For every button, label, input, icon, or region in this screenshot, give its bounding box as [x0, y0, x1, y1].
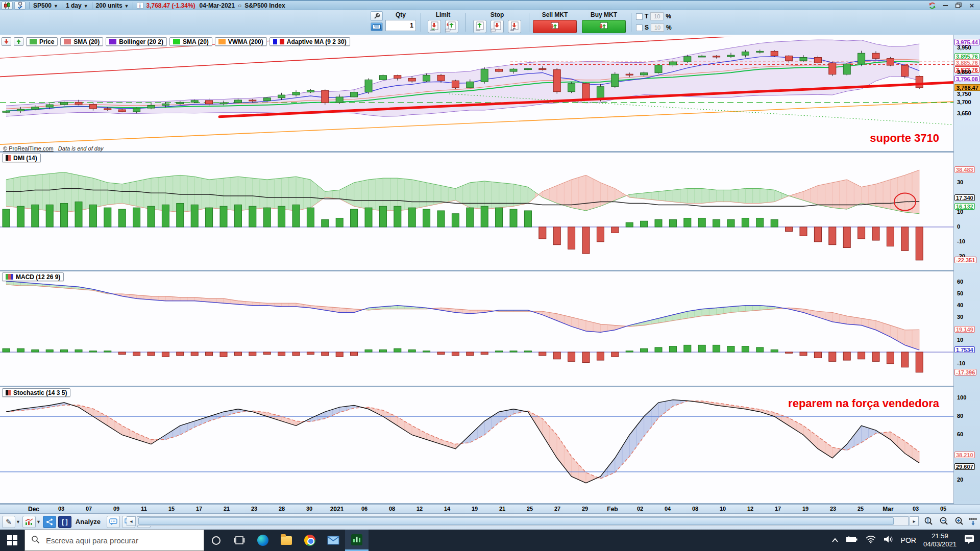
keyboard-icon[interactable]: [371, 22, 383, 31]
take-profit-pct-input[interactable]: [650, 12, 664, 20]
edge-icon[interactable]: [251, 530, 275, 551]
stop-loss-pct-input[interactable]: [651, 23, 664, 32]
chart-type-icon[interactable]: [2, 2, 13, 10]
prorealtime-app-icon[interactable]: [345, 530, 369, 551]
macd-chart[interactable]: [0, 271, 953, 386]
limit-sell-order-icon[interactable]: [445, 20, 458, 33]
axis-tick: 100: [954, 394, 966, 401]
zoom-in-icon[interactable]: [952, 515, 966, 528]
price-axis[interactable]: 3,975.443,9503,895.763,885.763,873.763,8…: [953, 35, 980, 513]
legend-item[interactable]: Adaptive MA (9 2 30): [270, 37, 350, 46]
prorealtime-link[interactable]: © ProRealTime.com: [3, 145, 54, 152]
mail-icon[interactable]: [322, 530, 345, 551]
legend-item[interactable]: SMA (20): [60, 37, 103, 46]
legend-item[interactable]: Bollinger (20 2): [106, 37, 167, 46]
xaxis-label: 14: [444, 506, 450, 512]
scroll-left-arrow[interactable]: ◂: [127, 516, 136, 526]
trailing-stop-order-icon[interactable]: [508, 20, 521, 33]
compress-columns-icon[interactable]: [967, 515, 980, 528]
dmi-panel-label[interactable]: DMI (14): [2, 154, 41, 162]
macd-panel-label[interactable]: MACD (12 26 9): [2, 272, 64, 281]
file-explorer-icon[interactable]: [275, 530, 298, 551]
axis-tick: 3,950: [954, 44, 971, 51]
stochastic-panel-label[interactable]: Stochastic (14 3 5): [2, 388, 70, 397]
instrument-name: S&P500 Index: [244, 2, 285, 9]
axis-tick: 3,700: [954, 99, 971, 106]
xaxis-label: 21: [499, 506, 505, 512]
order-panel: Qty Limit Stop Sell MKT Buy MKT T % S: [0, 10, 980, 35]
chart-scrollbar[interactable]: [137, 516, 909, 526]
task-view-icon[interactable]: [228, 530, 251, 551]
chevron-down-icon[interactable]: ▼: [36, 519, 41, 524]
info-icon[interactable]: i: [137, 2, 143, 9]
comments-icon[interactable]: [107, 516, 120, 528]
share-icon[interactable]: [43, 516, 56, 528]
xaxis-label: 08: [389, 506, 395, 512]
buy-mkt-button[interactable]: [582, 20, 626, 33]
symbol-dropdown[interactable]: SP500▼: [33, 2, 58, 9]
clock-date: 04/03/2021: [923, 540, 957, 548]
legend-swatch: [64, 39, 71, 44]
axis-tick: 80: [954, 413, 963, 419]
search-input[interactable]: [46, 536, 189, 545]
chevron-down-icon[interactable]: ▼: [16, 519, 20, 524]
zoom-fit-icon[interactable]: [922, 515, 935, 528]
timeframe-dropdown[interactable]: 1 day▼: [66, 2, 88, 9]
limit-buy-order-icon[interactable]: [428, 20, 441, 33]
legend-swatch: [30, 39, 37, 44]
taskbar-search[interactable]: [24, 530, 204, 551]
close-button[interactable]: ×: [968, 2, 976, 9]
sell-mkt-button[interactable]: [533, 20, 577, 33]
axis-tick: 38.210: [954, 452, 975, 458]
volume-icon[interactable]: [884, 535, 894, 545]
brackets-icon[interactable]: [ ]: [58, 516, 71, 528]
restore-button[interactable]: [954, 2, 963, 9]
xaxis-label: 2021: [330, 506, 344, 513]
units-dropdown[interactable]: 200 units▼: [96, 2, 129, 9]
dmi-chart[interactable]: [0, 153, 953, 270]
collapse-up-icon[interactable]: [14, 37, 23, 46]
time-axis[interactable]: Dec0307091115172123283020210608121419212…: [0, 504, 953, 513]
quote-date: 04-Mar-2021: [200, 2, 235, 9]
start-button[interactable]: [0, 530, 24, 551]
indicator-tool-icon[interactable]: [22, 516, 36, 528]
cortana-icon[interactable]: [204, 530, 228, 551]
hidden-icons-chevron[interactable]: [831, 536, 839, 545]
xaxis-label: 15: [168, 506, 175, 512]
action-center-icon[interactable]: [964, 534, 975, 546]
battery-icon[interactable]: [846, 536, 858, 545]
scrollbar-thumb[interactable]: [138, 517, 894, 525]
legend-item[interactable]: SMA (20): [169, 37, 212, 46]
taskbar-clock[interactable]: 21:59 04/03/2021: [923, 532, 957, 548]
stop-loss-checkbox[interactable]: [636, 24, 643, 31]
analyze-label[interactable]: Analyze: [76, 518, 101, 525]
xaxis-label: 11: [141, 506, 147, 512]
zoom-out-icon[interactable]: [937, 515, 950, 528]
minimize-button[interactable]: [941, 2, 949, 9]
legend-swatch: [273, 39, 278, 44]
qty-input[interactable]: [385, 20, 416, 31]
pin-icon[interactable]: [14, 2, 26, 10]
chrome-icon[interactable]: [298, 530, 322, 551]
stop-loss-label: S: [645, 24, 649, 31]
axis-tick: 20: [954, 477, 963, 483]
xaxis-label: 17: [196, 506, 202, 512]
stop-limit-order-icon[interactable]: [491, 20, 504, 33]
percent-sign: %: [666, 13, 671, 20]
panel-swatch: [11, 274, 13, 280]
take-profit-label: T: [645, 13, 648, 20]
windows-taskbar: POR 21:59 04/03/2021: [0, 530, 980, 551]
draw-tool-icon[interactable]: ✎: [2, 516, 15, 528]
refresh-icon[interactable]: [928, 2, 936, 9]
wifi-icon[interactable]: [865, 535, 876, 545]
xaxis-label: 28: [279, 506, 285, 512]
stop-order-icon[interactable]: [473, 20, 486, 33]
collapse-down-icon[interactable]: [2, 37, 11, 46]
legend-item[interactable]: Price: [26, 37, 58, 46]
language-indicator[interactable]: POR: [901, 536, 916, 544]
take-profit-checkbox[interactable]: [636, 13, 643, 20]
scroll-right-arrow[interactable]: ▸: [910, 516, 919, 526]
legend-item[interactable]: VWMA (200): [215, 37, 267, 46]
wrench-icon[interactable]: [371, 11, 383, 21]
xaxis-label: 12: [747, 506, 753, 512]
